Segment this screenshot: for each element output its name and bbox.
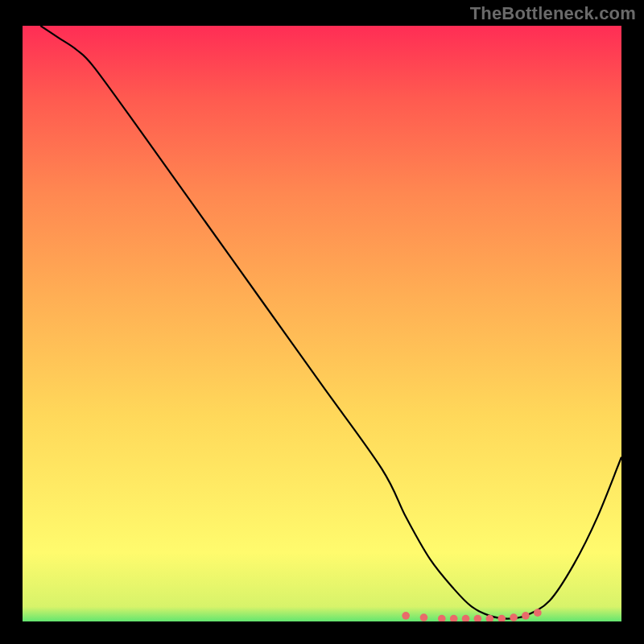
valley-dot bbox=[522, 612, 530, 620]
attribution-text: TheBottleneck.com bbox=[470, 3, 636, 24]
valley-dot bbox=[474, 615, 482, 621]
valley-dot bbox=[438, 615, 446, 621]
valley-dot bbox=[420, 613, 428, 621]
valley-dot bbox=[534, 609, 542, 617]
valley-dot bbox=[462, 615, 470, 621]
valley-markers bbox=[402, 609, 541, 621]
bottleneck-curve bbox=[40, 26, 621, 619]
valley-dot bbox=[450, 615, 458, 621]
chart-svg bbox=[23, 26, 621, 621]
valley-dot bbox=[510, 613, 518, 621]
chart-container: TheBottleneck.com bbox=[0, 0, 644, 644]
valley-dot bbox=[497, 615, 506, 621]
valley-dot bbox=[402, 612, 410, 620]
plot-area bbox=[23, 26, 621, 621]
